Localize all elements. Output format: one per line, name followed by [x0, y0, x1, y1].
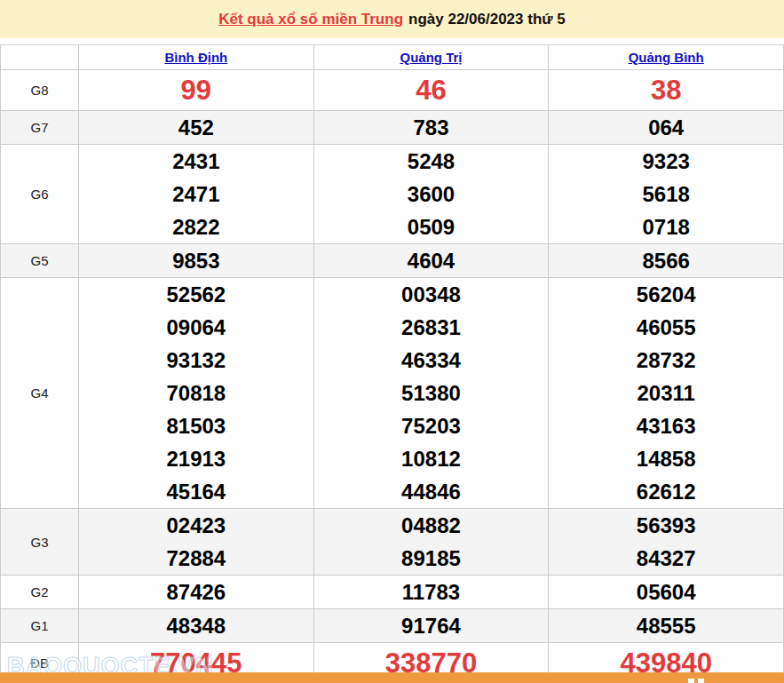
result-number: 11783: [314, 576, 549, 608]
result-number: 00348: [314, 278, 549, 311]
result-number: 5248: [314, 145, 549, 178]
prize-label: G4: [1, 278, 79, 509]
result-cell: 48555: [549, 609, 784, 643]
result-number: 8566: [549, 244, 783, 277]
result-cell: 243124712822: [79, 145, 314, 244]
result-number: 28732: [549, 344, 783, 377]
result-number: 75203: [314, 409, 549, 442]
result-number: 0509: [314, 210, 549, 243]
result-number: 5618: [549, 178, 783, 210]
result-number: 45164: [79, 475, 313, 508]
result-cell: 9853: [79, 244, 314, 278]
result-number: 81503: [79, 409, 313, 442]
prize-row-G8: G8994638: [1, 70, 784, 111]
draw-date-text: ngày 22/06/2023 thứ 5: [408, 11, 566, 28]
result-number: 70818: [79, 377, 313, 409]
province-link-quang-binh[interactable]: Quảng Bình: [629, 50, 704, 65]
result-cell: 05604: [549, 576, 784, 609]
column-header-binh-dinh: Bình Định: [79, 45, 314, 70]
result-number: 3600: [314, 178, 549, 210]
result-number: 10812: [314, 442, 549, 475]
result-cell: 8566: [549, 244, 784, 278]
result-number: 46334: [314, 344, 549, 377]
result-number: 56393: [549, 509, 783, 542]
prize-label: G8: [1, 70, 79, 111]
result-cell: 56204460552873220311431631485862612: [549, 278, 784, 509]
result-number: 452: [79, 111, 313, 144]
result-number: 56204: [549, 278, 783, 311]
result-number: 2471: [79, 178, 313, 210]
result-number: 87426: [79, 576, 313, 608]
result-number: 91764: [314, 609, 549, 642]
cutoff-glyph: [698, 679, 704, 683]
prize-label: G2: [1, 576, 79, 609]
result-cell: 5639384327: [549, 509, 784, 576]
prize-row-G3: G3024237288404882891855639384327: [1, 509, 784, 576]
result-cell: 064: [549, 111, 784, 145]
result-number: 46055: [549, 311, 783, 344]
result-cell: 46: [313, 70, 549, 111]
result-number: 48555: [549, 609, 783, 642]
result-cell: 48348: [79, 609, 314, 643]
result-number: 14858: [549, 442, 783, 475]
prize-label: G6: [1, 145, 79, 244]
prize-label: G5: [1, 244, 79, 278]
prize-row-G4: G452562090649313270818815032191345164003…: [1, 278, 784, 509]
result-number: 62612: [549, 475, 783, 508]
result-number: 21913: [79, 442, 313, 475]
result-number: 51380: [314, 377, 549, 409]
result-number: 20311: [549, 377, 783, 409]
result-cell: 524836000509: [313, 145, 549, 244]
region-results-link[interactable]: Kết quả xổ số miền Trung: [218, 11, 403, 28]
result-cell: 0242372884: [79, 509, 314, 576]
result-number: 46: [314, 70, 549, 110]
prize-row-G6: G6243124712822524836000509932356180718: [1, 145, 784, 244]
result-number: 9853: [79, 244, 313, 277]
result-number: 02423: [79, 509, 313, 542]
result-number: 84327: [549, 542, 783, 575]
result-number: 72884: [79, 542, 313, 575]
result-number: 0718: [549, 210, 783, 243]
bottom-orange-bar: [0, 672, 784, 683]
province-link-quang-tri[interactable]: Quảng Trị: [400, 50, 462, 65]
result-cell: 99: [79, 70, 314, 111]
prize-label: G1: [1, 609, 79, 643]
result-number: 9323: [549, 145, 783, 178]
result-number: 38: [549, 70, 783, 110]
result-number: 04882: [314, 509, 549, 542]
province-link-binh-dinh[interactable]: Bình Định: [164, 50, 227, 65]
result-number: 89185: [314, 542, 549, 575]
column-header-row: Bình Định Quảng Trị Quảng Bình: [1, 45, 784, 70]
result-number: 2822: [79, 210, 313, 243]
prize-row-G7: G7452783064: [1, 111, 784, 145]
prize-column-header-empty: [1, 45, 79, 70]
result-cell: 783: [313, 111, 549, 145]
result-number: 52562: [79, 278, 313, 311]
result-cell: 87426: [79, 576, 314, 609]
result-number: 09064: [79, 311, 313, 344]
result-number: 783: [314, 111, 549, 144]
title-bar: Kết quả xổ số miền Trung ngày 22/06/2023…: [0, 0, 784, 38]
result-cell: 38: [549, 70, 784, 111]
column-header-quang-tri: Quảng Trị: [313, 45, 549, 70]
result-number: 44846: [314, 475, 549, 508]
result-number: 48348: [79, 609, 313, 642]
result-number: 26831: [314, 311, 549, 344]
result-number: 99: [79, 70, 313, 110]
results-table: Bình Định Quảng Trị Quảng Bình G8994638G…: [0, 44, 784, 683]
prize-row-G5: G5985346048566: [1, 244, 784, 278]
result-cell: 11783: [313, 576, 549, 609]
result-cell: 91764: [313, 609, 549, 643]
result-cell: 0488289185: [313, 509, 549, 576]
result-number: 93132: [79, 344, 313, 377]
results-table-body: G8994638G7452783064G62431247128225248360…: [1, 70, 784, 683]
result-cell: 452: [79, 111, 314, 145]
result-number: 2431: [79, 145, 313, 178]
prize-row-G1: G1483489176448555: [1, 609, 784, 643]
prize-row-G2: G2874261178305604: [1, 576, 784, 609]
result-cell: 932356180718: [549, 145, 784, 244]
result-cell: 52562090649313270818815032191345164: [79, 278, 314, 509]
result-cell: 00348268314633451380752031081244846: [313, 278, 549, 509]
result-number: 05604: [549, 576, 783, 608]
result-cell: 4604: [313, 244, 549, 278]
